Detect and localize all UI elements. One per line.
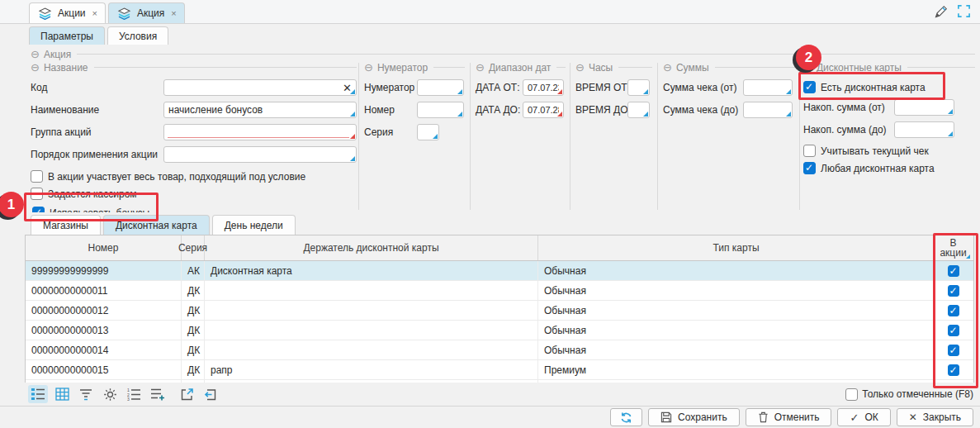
group-label: Название [44,62,88,74]
tab-akcii[interactable]: Акции × [29,2,106,23]
card-series-cell: ДК [182,301,205,320]
open-external-icon[interactable] [177,385,196,403]
est-karta-checkbox[interactable] [803,81,816,93]
add-to-list-icon[interactable] [148,385,168,403]
card-type-cell: Обычная [538,321,935,340]
vremya-ot-input[interactable] [627,79,650,96]
column-header-nomer[interactable]: Номер [26,235,182,260]
collapse-icon[interactable]: ⊖ [663,61,672,74]
column-header-derzhatel[interactable]: Держатель дисконтной карты [205,235,538,260]
numerator-input[interactable] [417,79,464,96]
lyubaya-karta-checkbox-row[interactable]: Любая дисконтная карта [803,162,975,174]
seriya-input[interactable] [417,124,439,140]
grid-view-icon[interactable] [52,385,72,403]
edit-icon[interactable] [933,3,949,19]
tab-label: Дисконтная карта [116,220,197,231]
save-icon [660,411,672,423]
in-action-checkbox[interactable] [948,265,959,277]
only-marked-row[interactable]: Только отмеченные (F8) [845,388,973,401]
table-row[interactable]: 00000000000011 ДК Обычная [26,281,973,301]
kassir-checkbox[interactable] [31,188,43,200]
data-do-input[interactable]: 07.07.28 [523,102,564,118]
tab-akcia[interactable]: Акция × [108,2,185,23]
close-icon[interactable]: × [171,8,176,18]
numerator-label: Нумератор [364,82,417,93]
collapse-icon[interactable]: ⊖ [575,61,585,74]
tab-magaziny[interactable]: Магазины [31,215,101,235]
table-row[interactable]: 00000000000013 ДК Обычная [26,321,973,340]
reload-icon[interactable] [201,385,220,403]
group-nazvanie-header: ⊖ Название [31,61,357,74]
card-type-cell: Премиум [538,360,935,379]
table-row[interactable]: 99999999999999 АК Дисконтная карта Обычн… [26,261,973,281]
gruppa-akcij-input[interactable] [163,124,357,140]
lyubaya-karta-checkbox[interactable] [803,162,816,174]
checkbox-label: Учитывать текущий чек [821,145,929,157]
only-marked-checkbox[interactable] [845,388,858,401]
card-number-cell: 00000000000013 [26,321,182,340]
close-button[interactable]: ✕ Закрыть [897,408,973,426]
card-series-cell: АК [182,261,205,280]
settings-gear-icon[interactable] [100,385,120,403]
group-akcia-header: ⊖ Акция [31,48,975,60]
collapse-icon[interactable]: ⊖ [476,61,485,74]
kod-label: Код [31,82,163,93]
refresh-button[interactable] [610,408,642,426]
ves-tovar-checkbox[interactable] [31,170,43,183]
tab-usloviya[interactable]: Условия [107,26,168,45]
clear-icon[interactable]: ✕ [343,82,352,94]
card-series-cell: ДК [182,340,205,359]
group-hours-header: ⊖ Часы [575,61,652,74]
cancel-button[interactable]: Отменить [746,408,832,426]
table-row[interactable]: 00000000000015 ДК рапр Премиум [26,360,973,380]
nakop-do-input[interactable] [894,121,954,138]
card-number-cell: 00000000000014 [26,340,182,359]
section-discount-cards: ⊖ Дисконтные карты Есть дисконтная карта… [803,61,975,174]
in-action-checkbox[interactable] [948,305,959,316]
card-type-cell: Обычная [538,281,935,300]
close-icon[interactable]: × [92,8,97,18]
in-action-checkbox[interactable] [948,345,959,356]
data-ot-label: ДАТА ОТ: [476,82,523,93]
tekushij-chek-checkbox[interactable] [803,145,816,157]
card-number-cell: 99999999999999 [26,261,182,280]
tab-diskontnaya-karta[interactable]: Дисконтная карта [103,215,210,235]
section-hours: ⊖ Часы ВРЕМЯ ОТ: ВРЕМЯ ДО: [575,61,652,118]
in-action-cell [935,321,972,340]
summa-do-input[interactable] [743,102,793,118]
kassir-checkbox-row[interactable]: Задается кассиром [31,188,357,200]
ok-button[interactable]: ✓ ОК [837,408,890,426]
collapse-icon[interactable]: ⊖ [31,48,40,60]
collapse-icon[interactable]: ⊖ [364,61,373,74]
poryadok-input[interactable] [163,146,357,163]
naimenovanie-input[interactable]: начисление бонусов [163,102,357,118]
data-ot-input[interactable]: 07.07.23 [523,79,564,96]
tab-den-nedeli[interactable]: День недели [212,215,296,235]
tab-parametry[interactable]: Параметры [29,26,105,45]
save-button[interactable]: Сохранить [648,408,740,426]
card-type-cell: Обычная [538,261,935,280]
kod-input[interactable]: ✕ [163,79,357,96]
vremya-do-input[interactable] [627,102,650,118]
in-action-cell [935,281,972,300]
nakop-ot-input[interactable] [894,99,954,116]
expand-icon[interactable] [956,3,972,19]
in-action-checkbox[interactable] [948,325,959,336]
in-action-cell [935,301,972,320]
in-action-checkbox[interactable] [948,364,959,376]
column-header-tip-karty[interactable]: Тип карты [538,235,935,260]
column-header-v-akcii[interactable]: В акции [935,235,972,260]
ves-tovar-checkbox-row[interactable]: В акции участвует весь товар, подходящий… [31,170,357,183]
collapse-icon[interactable]: ⊖ [31,61,40,74]
numbered-list-icon[interactable]: 123 [124,385,144,403]
table-row[interactable]: 00000000000014 ДК Обычная [26,340,973,360]
table-row[interactable]: 00000000000012 ДК Обычная [26,301,973,321]
column-header-seriya[interactable]: Серия [182,235,205,260]
summa-ot-input[interactable] [743,79,793,96]
list-view-icon[interactable] [28,385,48,403]
in-action-checkbox[interactable] [948,285,959,297]
filter-icon[interactable] [76,385,96,403]
nomer-input[interactable] [417,102,464,118]
est-karta-checkbox-row[interactable]: Есть дисконтная карта [803,81,975,93]
tekushij-chek-checkbox-row[interactable]: Учитывать текущий чек [803,145,975,157]
